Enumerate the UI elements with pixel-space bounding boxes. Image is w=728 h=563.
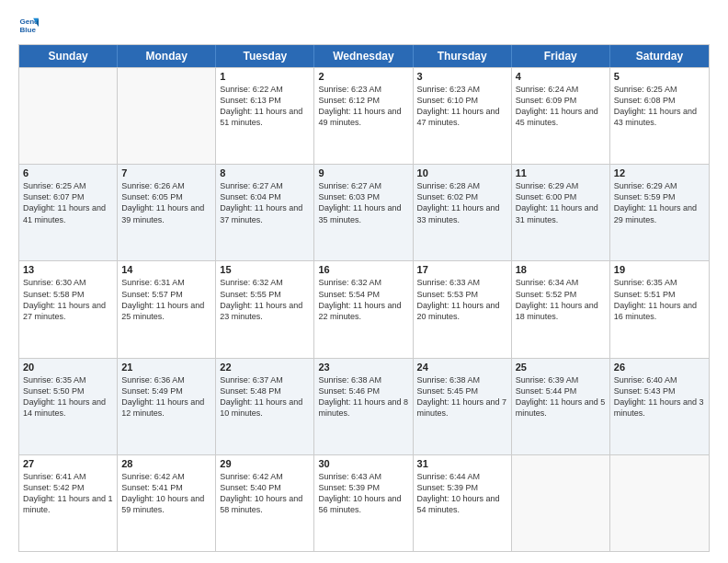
day-number: 8: [220, 167, 310, 178]
day-cell-30: 30Sunrise: 6:43 AM Sunset: 5:39 PM Dayli…: [314, 455, 413, 551]
day-number: 14: [121, 264, 211, 275]
cell-info: Sunrise: 6:42 AM Sunset: 5:40 PM Dayligh…: [220, 471, 310, 516]
day-cell-17: 17Sunrise: 6:33 AM Sunset: 5:53 PM Dayli…: [414, 261, 512, 357]
day-cell-22: 22Sunrise: 6:37 AM Sunset: 5:48 PM Dayli…: [216, 359, 314, 454]
day-number: 21: [121, 362, 211, 373]
empty-cell: [512, 455, 610, 551]
cell-info: Sunrise: 6:35 AM Sunset: 5:51 PM Dayligh…: [614, 277, 705, 322]
cell-info: Sunrise: 6:41 AM Sunset: 5:42 PM Dayligh…: [23, 471, 113, 516]
day-cell-4: 4Sunrise: 6:24 AM Sunset: 6:09 PM Daylig…: [512, 68, 610, 164]
day-number: 3: [417, 71, 507, 82]
logo: General Blue: [18, 15, 39, 35]
day-number: 22: [220, 362, 310, 373]
day-number: 16: [318, 264, 408, 275]
day-cell-27: 27Sunrise: 6:41 AM Sunset: 5:42 PM Dayli…: [19, 455, 118, 551]
header: General Blue: [18, 15, 710, 35]
day-number: 28: [121, 458, 211, 469]
day-cell-20: 20Sunrise: 6:35 AM Sunset: 5:50 PM Dayli…: [19, 359, 118, 454]
cell-info: Sunrise: 6:27 AM Sunset: 6:03 PM Dayligh…: [318, 180, 408, 225]
day-header-thursday: Thursday: [414, 45, 512, 67]
day-cell-26: 26Sunrise: 6:40 AM Sunset: 5:43 PM Dayli…: [610, 359, 709, 454]
cell-info: Sunrise: 6:24 AM Sunset: 6:09 PM Dayligh…: [516, 84, 606, 129]
day-number: 20: [23, 362, 113, 373]
day-cell-25: 25Sunrise: 6:39 AM Sunset: 5:44 PM Dayli…: [512, 359, 610, 454]
day-cell-18: 18Sunrise: 6:34 AM Sunset: 5:52 PM Dayli…: [512, 261, 610, 357]
day-number: 6: [23, 167, 113, 178]
day-header-tuesday: Tuesday: [216, 45, 314, 67]
day-cell-5: 5Sunrise: 6:25 AM Sunset: 6:08 PM Daylig…: [610, 68, 709, 164]
day-number: 31: [417, 458, 507, 469]
cell-info: Sunrise: 6:22 AM Sunset: 6:13 PM Dayligh…: [220, 84, 310, 129]
day-number: 27: [23, 458, 113, 469]
day-number: 17: [417, 264, 507, 275]
day-number: 13: [23, 264, 113, 275]
cell-info: Sunrise: 6:26 AM Sunset: 6:05 PM Dayligh…: [121, 180, 211, 225]
day-cell-10: 10Sunrise: 6:28 AM Sunset: 6:02 PM Dayli…: [414, 165, 512, 260]
day-cell-7: 7Sunrise: 6:26 AM Sunset: 6:05 PM Daylig…: [118, 165, 216, 260]
cell-info: Sunrise: 6:29 AM Sunset: 5:59 PM Dayligh…: [614, 180, 705, 225]
cell-info: Sunrise: 6:35 AM Sunset: 5:50 PM Dayligh…: [23, 374, 113, 419]
day-cell-16: 16Sunrise: 6:32 AM Sunset: 5:54 PM Dayli…: [314, 261, 413, 357]
cell-info: Sunrise: 6:43 AM Sunset: 5:39 PM Dayligh…: [318, 471, 408, 516]
day-number: 29: [220, 458, 310, 469]
day-header-saturday: Saturday: [610, 45, 709, 67]
calendar-header: SundayMondayTuesdayWednesdayThursdayFrid…: [19, 45, 709, 67]
day-number: 19: [614, 264, 705, 275]
cell-info: Sunrise: 6:23 AM Sunset: 6:12 PM Dayligh…: [318, 84, 408, 129]
day-number: 1: [220, 71, 310, 82]
cell-info: Sunrise: 6:36 AM Sunset: 5:49 PM Dayligh…: [121, 374, 211, 419]
day-number: 24: [417, 362, 507, 373]
day-header-friday: Friday: [512, 45, 610, 67]
cell-info: Sunrise: 6:25 AM Sunset: 6:08 PM Dayligh…: [614, 84, 705, 129]
cell-info: Sunrise: 6:44 AM Sunset: 5:39 PM Dayligh…: [417, 471, 507, 516]
day-number: 5: [614, 71, 705, 82]
calendar-row-1: 1Sunrise: 6:22 AM Sunset: 6:13 PM Daylig…: [19, 67, 709, 164]
cell-info: Sunrise: 6:30 AM Sunset: 5:58 PM Dayligh…: [23, 277, 113, 322]
day-cell-21: 21Sunrise: 6:36 AM Sunset: 5:49 PM Dayli…: [118, 359, 216, 454]
cell-info: Sunrise: 6:23 AM Sunset: 6:10 PM Dayligh…: [417, 84, 507, 129]
cell-info: Sunrise: 6:32 AM Sunset: 5:55 PM Dayligh…: [220, 277, 310, 322]
day-cell-13: 13Sunrise: 6:30 AM Sunset: 5:58 PM Dayli…: [19, 261, 118, 357]
empty-cell: [118, 68, 216, 164]
day-number: 10: [417, 167, 507, 178]
cell-info: Sunrise: 6:25 AM Sunset: 6:07 PM Dayligh…: [23, 180, 113, 225]
cell-info: Sunrise: 6:31 AM Sunset: 5:57 PM Dayligh…: [121, 277, 211, 322]
day-cell-6: 6Sunrise: 6:25 AM Sunset: 6:07 PM Daylig…: [19, 165, 118, 260]
cell-info: Sunrise: 6:37 AM Sunset: 5:48 PM Dayligh…: [220, 374, 310, 419]
day-header-monday: Monday: [118, 45, 216, 67]
day-number: 12: [614, 167, 705, 178]
svg-text:Blue: Blue: [19, 26, 36, 34]
calendar-row-3: 13Sunrise: 6:30 AM Sunset: 5:58 PM Dayli…: [19, 260, 709, 357]
calendar-row-2: 6Sunrise: 6:25 AM Sunset: 6:07 PM Daylig…: [19, 164, 709, 260]
calendar: SundayMondayTuesdayWednesdayThursdayFrid…: [18, 44, 710, 552]
calendar-row-5: 27Sunrise: 6:41 AM Sunset: 5:42 PM Dayli…: [19, 454, 709, 551]
day-cell-9: 9Sunrise: 6:27 AM Sunset: 6:03 PM Daylig…: [314, 165, 413, 260]
day-number: 7: [121, 167, 211, 178]
day-number: 30: [318, 458, 408, 469]
cell-info: Sunrise: 6:29 AM Sunset: 6:00 PM Dayligh…: [516, 180, 606, 225]
day-number: 4: [516, 71, 606, 82]
cell-info: Sunrise: 6:34 AM Sunset: 5:52 PM Dayligh…: [516, 277, 606, 322]
cell-info: Sunrise: 6:42 AM Sunset: 5:41 PM Dayligh…: [121, 471, 211, 516]
day-cell-31: 31Sunrise: 6:44 AM Sunset: 5:39 PM Dayli…: [414, 455, 512, 551]
day-cell-28: 28Sunrise: 6:42 AM Sunset: 5:41 PM Dayli…: [118, 455, 216, 551]
day-cell-11: 11Sunrise: 6:29 AM Sunset: 6:00 PM Dayli…: [512, 165, 610, 260]
day-cell-23: 23Sunrise: 6:38 AM Sunset: 5:46 PM Dayli…: [314, 359, 413, 454]
cell-info: Sunrise: 6:40 AM Sunset: 5:43 PM Dayligh…: [614, 374, 705, 419]
day-cell-12: 12Sunrise: 6:29 AM Sunset: 5:59 PM Dayli…: [610, 165, 709, 260]
day-cell-29: 29Sunrise: 6:42 AM Sunset: 5:40 PM Dayli…: [216, 455, 314, 551]
day-number: 23: [318, 362, 408, 373]
calendar-row-4: 20Sunrise: 6:35 AM Sunset: 5:50 PM Dayli…: [19, 358, 709, 454]
cell-info: Sunrise: 6:38 AM Sunset: 5:45 PM Dayligh…: [417, 374, 507, 419]
day-number: 9: [318, 167, 408, 178]
day-cell-19: 19Sunrise: 6:35 AM Sunset: 5:51 PM Dayli…: [610, 261, 709, 357]
cell-info: Sunrise: 6:33 AM Sunset: 5:53 PM Dayligh…: [417, 277, 507, 322]
day-header-wednesday: Wednesday: [314, 45, 413, 67]
day-number: 15: [220, 264, 310, 275]
calendar-body: 1Sunrise: 6:22 AM Sunset: 6:13 PM Daylig…: [19, 67, 709, 551]
day-cell-14: 14Sunrise: 6:31 AM Sunset: 5:57 PM Dayli…: [118, 261, 216, 357]
cell-info: Sunrise: 6:28 AM Sunset: 6:02 PM Dayligh…: [417, 180, 507, 225]
day-number: 2: [318, 71, 408, 82]
cell-info: Sunrise: 6:27 AM Sunset: 6:04 PM Dayligh…: [220, 180, 310, 225]
cell-info: Sunrise: 6:39 AM Sunset: 5:44 PM Dayligh…: [516, 374, 606, 419]
